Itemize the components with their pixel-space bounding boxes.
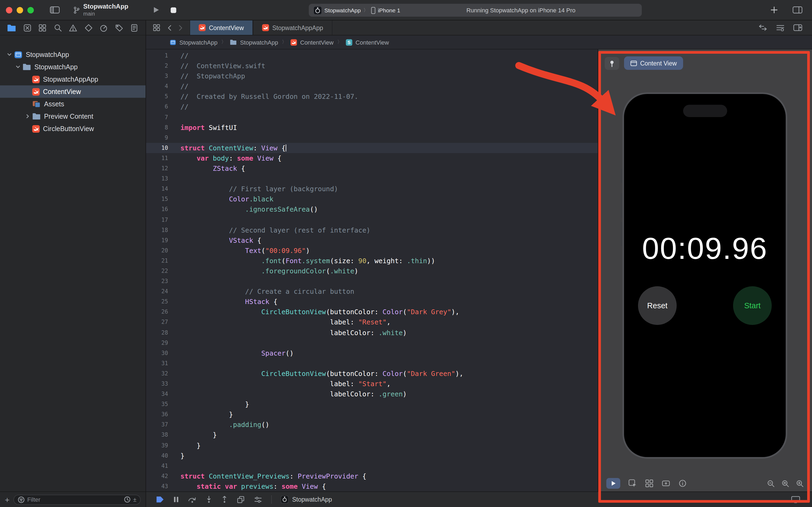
- code-line[interactable]: 32 CircleButtonView(buttonColor: Color("…: [146, 369, 598, 379]
- scm-status-filter-icon[interactable]: ±: [133, 497, 136, 502]
- close-window-button[interactable]: [6, 7, 12, 13]
- simulator-display-icon[interactable]: [791, 496, 800, 503]
- code-line[interactable]: 14 // First layer (background): [146, 184, 598, 194]
- find-navigator-icon[interactable]: [53, 23, 62, 32]
- breadcrumb[interactable]: StopwatchApp: [240, 39, 278, 45]
- line-number[interactable]: 41: [146, 461, 175, 471]
- line-number[interactable]: 9: [146, 133, 175, 143]
- code-line[interactable]: 28 labelColor: .white): [146, 327, 598, 338]
- code-editor[interactable]: 1//2// ContentView.swift3// StopwatchApp…: [146, 49, 598, 492]
- tree-item-stopwatchappapp[interactable]: StopwatchAppApp: [0, 73, 146, 86]
- line-number[interactable]: 12: [146, 163, 175, 173]
- code-line[interactable]: 1//: [146, 51, 598, 61]
- code-line[interactable]: 39 }: [146, 440, 598, 450]
- code-line[interactable]: 31: [146, 358, 598, 369]
- line-number[interactable]: 6: [146, 102, 175, 112]
- pin-preview-button[interactable]: [605, 57, 619, 70]
- filter-field[interactable]: ±: [13, 494, 141, 505]
- line-number[interactable]: 25: [146, 297, 175, 307]
- line-number[interactable]: 22: [146, 266, 175, 276]
- line-number[interactable]: 27: [146, 317, 175, 327]
- code-line[interactable]: 40}: [146, 450, 598, 460]
- start-button[interactable]: Start: [733, 286, 772, 325]
- tab-contentview[interactable]: ContentView: [189, 20, 253, 35]
- line-number[interactable]: 43: [146, 481, 175, 492]
- code-line[interactable]: 20 Text("00:09.96"): [146, 245, 598, 256]
- breakpoints-toggle-icon[interactable]: [156, 496, 164, 503]
- line-number[interactable]: 16: [146, 204, 175, 215]
- line-number[interactable]: 21: [146, 256, 175, 266]
- code-line[interactable]: 10struct ContentView: View {: [146, 143, 598, 153]
- step-out-icon[interactable]: [221, 496, 228, 503]
- line-number[interactable]: 30: [146, 348, 175, 358]
- line-number[interactable]: 19: [146, 235, 175, 245]
- running-process[interactable]: StopwatchApp: [281, 496, 332, 503]
- view-hierarchy-icon[interactable]: [237, 496, 245, 504]
- code-line[interactable]: 18 // Second layer (rest of interface): [146, 225, 598, 235]
- code-review-icon[interactable]: [758, 24, 767, 31]
- line-number[interactable]: 18: [146, 225, 175, 235]
- line-number[interactable]: 2: [146, 61, 175, 71]
- line-number[interactable]: 13: [146, 173, 175, 184]
- code-line[interactable]: 19 VStack {: [146, 235, 598, 245]
- zoom-actual-size-icon[interactable]: [781, 480, 790, 488]
- pause-execution-icon[interactable]: [173, 496, 179, 503]
- code-line[interactable]: 25 HStack {: [146, 297, 598, 307]
- preview-device-button[interactable]: Content View: [624, 56, 683, 70]
- jump-bar[interactable]: StopwatchApp 〉 StopwatchApp 〉 ContentVie…: [146, 36, 812, 49]
- fullscreen-window-button[interactable]: [27, 7, 34, 13]
- line-number[interactable]: 36: [146, 409, 175, 420]
- line-number[interactable]: 11: [146, 153, 175, 163]
- code-line[interactable]: 16 .ignoresSafeArea(): [146, 204, 598, 215]
- code-line[interactable]: 38 }: [146, 430, 598, 440]
- zoom-in-icon[interactable]: [796, 480, 804, 488]
- line-number[interactable]: 23: [146, 276, 175, 286]
- tree-item-project-stopwatchapp[interactable]: StopwatchApp: [0, 48, 146, 61]
- variants-mode-icon[interactable]: [645, 479, 653, 488]
- line-number[interactable]: 32: [146, 369, 175, 379]
- code-line[interactable]: 9: [146, 133, 598, 143]
- line-number[interactable]: 8: [146, 122, 175, 132]
- code-line[interactable]: 12 ZStack {: [146, 163, 598, 173]
- preview-info-icon[interactable]: [678, 479, 687, 488]
- breadcrumb[interactable]: ContentView: [355, 39, 389, 45]
- code-line[interactable]: 15 Color.black: [146, 194, 598, 204]
- code-line[interactable]: 30 Spacer(): [146, 348, 598, 358]
- code-line[interactable]: 22 .foregroundColor(.white): [146, 266, 598, 276]
- report-navigator-icon[interactable]: [130, 23, 138, 32]
- code-line[interactable]: 8import SwiftUI: [146, 122, 598, 132]
- add-item-button[interactable]: +: [5, 496, 10, 504]
- code-line[interactable]: 35 }: [146, 399, 598, 409]
- code-line[interactable]: 34 labelColor: .green): [146, 389, 598, 399]
- code-line[interactable]: 36 }: [146, 409, 598, 420]
- live-preview-button[interactable]: [606, 478, 620, 489]
- filter-input[interactable]: [27, 496, 121, 503]
- tree-item-assets[interactable]: Assets: [0, 98, 146, 110]
- line-number[interactable]: 7: [146, 112, 175, 122]
- step-into-icon[interactable]: [206, 496, 212, 503]
- stop-button[interactable]: [170, 7, 177, 13]
- line-number[interactable]: 40: [146, 450, 175, 460]
- chevron-right-icon[interactable]: [25, 114, 30, 119]
- code-line[interactable]: 23: [146, 276, 598, 286]
- tree-item-contentview[interactable]: ContentView: [0, 86, 146, 98]
- code-line[interactable]: 17: [146, 215, 598, 225]
- line-number[interactable]: 26: [146, 307, 175, 317]
- code-line[interactable]: 27 label: "Reset",: [146, 317, 598, 327]
- project-navigator-icon[interactable]: [7, 24, 16, 32]
- chevron-down-icon[interactable]: [6, 52, 12, 57]
- line-number[interactable]: 28: [146, 327, 175, 338]
- code-line[interactable]: 2// ContentView.swift: [146, 61, 598, 71]
- line-number[interactable]: 42: [146, 471, 175, 481]
- code-line[interactable]: 21 .font(Font.system(size: 90, weight: .…: [146, 256, 598, 266]
- line-number[interactable]: 37: [146, 420, 175, 430]
- environment-overrides-icon[interactable]: [254, 496, 262, 503]
- line-number[interactable]: 35: [146, 399, 175, 409]
- code-line[interactable]: 26 CircleButtonView(buttonColor: Color("…: [146, 307, 598, 317]
- line-number[interactable]: 4: [146, 81, 175, 92]
- line-number[interactable]: 34: [146, 389, 175, 399]
- forward-chevron-icon[interactable]: [178, 24, 183, 31]
- chevron-down-icon[interactable]: [15, 64, 20, 69]
- code-line[interactable]: 24 // Create a circular button: [146, 286, 598, 296]
- breadcrumb[interactable]: StopwatchApp: [179, 39, 218, 45]
